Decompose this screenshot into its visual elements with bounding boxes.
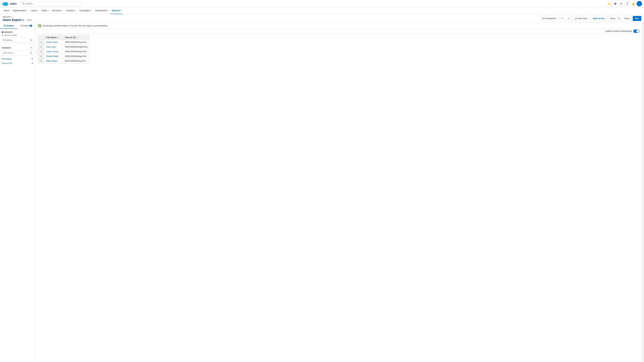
run-button[interactable]: Run [633,16,641,21]
add-group-input[interactable]: 🔍 [2,38,33,42]
notifications-icon[interactable]: 🔔 [630,1,636,6]
add-chart-button[interactable]: 📊 Add Chart [572,16,590,21]
table-row-num-header [38,35,44,40]
groups-icon: ▦ [2,31,4,33]
row-num: 3 [38,49,44,54]
nav-opportunities-chevron: ▾ [26,9,27,11]
report-label: REPORT ▾ [3,16,32,18]
nav-item-accounts[interactable]: Accounts ▾ [50,7,64,14]
col-full-name-sort[interactable]: ▾ [57,36,58,38]
cell-full-name: Sarah Sales [44,40,63,44]
nav-item-home[interactable]: Home [2,7,11,14]
data-table: Full Name ▾ ⋮ User Id 18 ▾ ⋮ [38,35,90,63]
report-title: Users Export ✏ Users [3,18,32,22]
favorites-icon[interactable]: ⭐ [606,1,612,6]
nav-item-leads[interactable]: Leads ▾ [29,7,40,14]
col-user-id-label: User Id 18 [65,36,75,39]
col-full-name-label: Full Name [46,36,56,39]
col-header-full-name[interactable]: Full Name ▾ ⋮ [44,35,63,40]
full-name-link[interactable]: Sarah Sales [46,41,58,43]
preview-notice-icon: ✅ [38,24,41,27]
table-row: 5 Millie Mailer 005DJ000004eiytYAA [38,59,90,63]
preview-notice: ✅ Previewing a limited number of records… [35,23,642,29]
edit-title-icon[interactable]: ✏ [22,19,24,21]
nav-item-contacts[interactable]: Contacts ▾ [64,7,78,14]
full-name-link[interactable]: Daniel Dialer [46,55,58,57]
cell-full-name: Chloe Closer [44,49,63,54]
nav-accounts-chevron: ▾ [62,9,62,11]
add-group-field[interactable] [3,39,30,41]
column-item-user-id[interactable]: User Id 18 ✕ [0,61,35,65]
col-user-id-sort[interactable]: ▾ [76,36,77,38]
report-label-chevron[interactable]: ▾ [12,16,12,18]
full-name-link[interactable]: Chloe Closer [46,50,59,53]
col-full-name-menu[interactable]: ⋮ [59,36,61,38]
setup-icon[interactable]: ⚙ [618,1,624,6]
cell-user-id: 005DJ000004eiytYAA [63,59,90,63]
report-label-text: REPORT [3,16,11,18]
column-item-full-name[interactable]: Full Name ✕ [0,57,35,61]
search-input[interactable] [26,2,80,5]
filter-icon: ⊟ [20,24,22,27]
add-column-wrapper: 🔍 [0,51,35,57]
tab-filters[interactable]: ⊟ Filters 2 [18,23,35,29]
save-dropdown-button[interactable]: ▾ [617,16,621,21]
table-row: 4 Daniel Dialer 005DJ000004eiyeYAA [38,54,90,59]
add-group-search-icon: 🔍 [30,39,32,41]
salesforce-logo[interactable]: ✦ [2,1,9,6]
col-user-id-menu[interactable]: ⋮ [78,36,80,38]
nav-item-reports[interactable]: Reports ▾ [110,7,123,14]
help-icon[interactable]: ❓ [624,1,630,6]
full-name-link[interactable]: User User [46,45,56,48]
cell-user-id: 005DJ000004eiyJYAA [63,49,90,54]
undo-button[interactable]: ↩ [560,16,565,21]
right-strip [642,23,644,362]
toggle-check-icon: ✓ [634,30,636,32]
full-name-link[interactable]: Millie Mailer [46,60,58,62]
outline-tab-icon: ☰ [4,24,6,27]
add-icon[interactable]: ➕ [612,1,618,6]
nav-dashboards-chevron: ▾ [108,9,108,11]
got-feedback-button[interactable]: Got Feedback? [540,16,559,21]
col-header-user-id[interactable]: User Id 18 ▾ ⋮ [63,35,90,40]
table-row: 3 Chloe Closer 005DJ000004eiyJYAA [38,49,90,54]
nav-reports-chevron: ▾ [120,9,122,11]
remove-user-id-icon[interactable]: ✕ [31,62,33,64]
tab-outline[interactable]: ☰ Outline [0,23,18,29]
save-button[interactable]: Save [608,16,617,21]
nav-item-dashboards[interactable]: Dashboards ▾ [94,7,110,14]
top-bar-actions: ⭐ ➕ ⚙ ❓ 🔔 👤 [606,1,642,6]
update-preview-toggle[interactable]: ✓ [633,29,639,33]
sub-header-right: Got Feedback? ↩ ↪ 📊 Add Chart Save & Run… [540,16,641,22]
nav-item-tasks[interactable]: Tasks ▾ [40,7,50,14]
filter-badge: 2 [30,25,32,27]
remove-full-name-icon[interactable]: ✕ [31,57,33,60]
add-column-input[interactable]: 🔍 [2,51,33,55]
columns-dropdown-button[interactable]: ▾ [29,45,33,50]
nav-item-opportunities[interactable]: Opportunities ▾ [11,7,29,14]
nav-leads-chevron: ▾ [37,9,38,11]
avatar[interactable]: 👤 [636,1,642,6]
nav-contacts-chevron: ▾ [75,9,76,11]
redo-button[interactable]: ↪ [566,16,571,21]
groups-title: ▦ Groups [2,31,33,33]
cell-full-name: Millie Mailer [44,59,63,63]
save-and-run-button[interactable]: Save & Run [591,16,607,21]
nav-item-campaigns[interactable]: Campaigns ▾ [78,7,94,14]
search-bar[interactable]: 🔍 [21,1,81,6]
nav-leads-label: Leads [31,9,36,12]
nav-accounts-label: Accounts [52,9,61,12]
add-chart-icon: 📊 [574,17,577,19]
add-column-field[interactable] [3,52,30,54]
table-row: 2 User User 005DJ000004eigNYAQ [38,44,90,49]
row-num: 4 [38,54,44,59]
close-button[interactable]: Close [622,16,632,21]
nav-dashboards-label: Dashboards [95,9,107,12]
nav-bar: Home Opportunities ▾ Leads ▾ Tasks ▾ Acc… [0,7,644,14]
toggle-knob [636,30,639,32]
sidebar-collapse-button[interactable]: ‹ [34,48,38,54]
cell-user-id: 005DJ000004eiyoYAA [63,40,90,44]
groups-section: ▦ Groups ▤ GROUP ROWS 🔍 [0,29,35,44]
nav-contacts-label: Contacts [66,9,74,12]
nav-opportunities-label: Opportunities [13,9,26,12]
